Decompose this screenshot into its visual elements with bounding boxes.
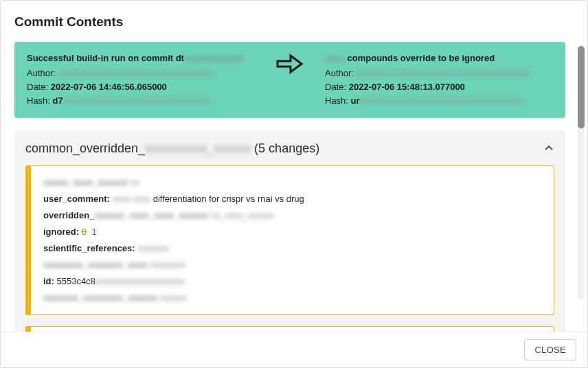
redacted-text: xxxx: [325, 53, 345, 63]
acc-changes-count: (5 changes): [251, 141, 319, 155]
dialog-footer: CLOSE: [1, 332, 587, 367]
author-label: Author:: [27, 68, 56, 78]
redacted-key: xxxxxxxx_xxxxxxx_xxxx: [43, 260, 148, 270]
redacted-value: xx_xxxx_xxxxxx: [211, 210, 274, 220]
to-hash-prefix: ur: [351, 95, 360, 106]
ignored-old-value: 0: [82, 227, 87, 237]
redacted-text: xxxxxxxxxxxx: [184, 53, 244, 63]
field-row: xxxxxxxx_xxxxxxx_xxxx xxxxxxxx: [43, 257, 543, 273]
redacted-value: xxxxxxx: [137, 243, 169, 253]
redacted-value: xxxxxxxxxxxxxxxxxxxx: [95, 276, 185, 286]
change-card: xxxxx_xxxx_xxxxxx xx user_comment: xxxx …: [25, 165, 554, 315]
redacted-value: xxxx xxxx: [112, 194, 150, 204]
id-value-prefix: 5553c4c8: [57, 276, 95, 286]
dialog-body: Commit Contents Successful build-in run …: [1, 1, 587, 332]
redacted-text: xxxxxxxxxxxxxxxxxxxxxxxxxxxxxxxxx: [63, 95, 211, 106]
changes-accordion: common_overridden_xxxxxxxxxx_xxxxxx (5 c…: [14, 130, 565, 332]
ignored-key: ignored:: [43, 227, 79, 237]
from-date-line: Date: 2022-07-06 14:46:56.065000: [27, 80, 255, 94]
accordion-title: common_overridden_xxxxxxxxxx_xxxxxx (5 c…: [25, 141, 319, 156]
to-commit-headline: xxxx compounds override to be ignored: [325, 51, 553, 65]
from-commit: Successful build-in run on commit dtxxxx…: [27, 51, 255, 108]
chevron-up-icon[interactable]: [543, 143, 554, 154]
to-hash-line: Hash: urxxxxxxxxxxxxxxxxxxxxxxxxxxxxxxxx…: [325, 94, 553, 108]
field-row-scientific-refs: scientific_references: xxxxxxx: [43, 240, 543, 257]
commit-contents-dialog: Commit Contents Successful build-in run …: [0, 0, 588, 368]
from-headline-text: Successful build-in run on commit dt: [27, 53, 184, 63]
close-button[interactable]: CLOSE: [524, 339, 576, 360]
id-key: id:: [43, 276, 54, 286]
redacted-key: xxxxx_xxxx_xxxxxx: [43, 177, 128, 187]
overridden-key-prefix: overridden_: [43, 210, 94, 220]
to-headline-text: compounds override to be ignored: [348, 53, 495, 63]
change-card: xxxxx_xxxx_xxxxxx xx: [25, 326, 554, 332]
scrollbar-track[interactable]: [578, 46, 585, 300]
date-label: Date:: [27, 82, 48, 92]
scrollbar-thumb[interactable]: [578, 46, 585, 128]
user-comment-value: differentiation for crispr vs rnai vs dr…: [150, 194, 304, 204]
redacted-value: xxxxxx: [160, 292, 187, 303]
accordion-header[interactable]: common_overridden_xxxxxxxxxx_xxxxxx (5 c…: [25, 141, 554, 165]
date-label: Date:: [325, 82, 346, 92]
acc-prefix: common_overridden_: [25, 141, 145, 155]
author-label: Author:: [325, 68, 354, 78]
to-date-line: Date: 2022-07-06 15:48:13.077000: [325, 80, 553, 94]
redacted-value: xxxxxxxx: [150, 260, 185, 270]
user-comment-key: user_comment:: [43, 194, 110, 204]
field-row: xxxxx_xxxx_xxxxxx xx: [43, 174, 543, 191]
field-row-id: id: 5553c4c8xxxxxxxxxxxxxxxxxxxx: [43, 273, 543, 290]
redacted-text: xxxxxxxxxxxxxxxxxxxxxxxxxxxxxxxxxxxxxxx: [357, 68, 531, 78]
field-row-user-comment: user_comment: xxxx xxxx differentiation …: [43, 191, 543, 207]
to-commit: xxxx compounds override to be ignored Au…: [325, 51, 553, 108]
redacted-text: xxxxxxxxxxxxxxxxxxxxxxxxxxxxxxxxxxxxx: [360, 95, 525, 106]
to-author-line: Author: xxxxxxxxxxxxxxxxxxxxxxxxxxxxxxxx…: [325, 67, 553, 80]
from-author-line: Author: xxxxxxxxxxxxxxxxxxxxxxxxxxxxxxxx…: [27, 67, 255, 80]
redacted-key: xxxxxxx_xxxxxxxx_xxxxxx: [43, 292, 157, 303]
redacted-text: xxxxxxxxxx_xxxxxx: [145, 141, 251, 155]
dialog-title: Commit Contents: [14, 14, 575, 30]
ignored-new-value: 1: [91, 227, 96, 237]
hash-label: Hash:: [27, 95, 50, 106]
from-commit-headline: Successful build-in run on commit dtxxxx…: [27, 51, 255, 65]
scientific-refs-key: scientific_references:: [43, 243, 135, 253]
redacted-key: xxxxxx_xxxx_xxxx_xxxxxx: [94, 210, 208, 220]
from-date-value: 2022-07-06 14:46:56.065000: [51, 82, 167, 92]
redacted-value: xx: [131, 177, 139, 187]
to-date-value: 2022-07-06 15:48:13.077000: [349, 82, 465, 92]
from-hash-prefix: d7: [53, 95, 63, 106]
hash-label: Hash:: [325, 95, 348, 106]
arrow-icon: [269, 51, 311, 76]
redacted-text: xxxxxxxxxxxxxxxxxxxxxxxxxxxxxxxxxxx: [58, 68, 215, 78]
field-row: xxxxxxx_xxxxxxxx_xxxxxx xxxxxx: [43, 290, 543, 306]
field-row-overridden: overridden_xxxxxx_xxxx_xxxx_xxxxxx xx_xx…: [43, 207, 543, 224]
from-hash-line: Hash: d7xxxxxxxxxxxxxxxxxxxxxxxxxxxxxxxx…: [27, 94, 255, 108]
commit-diff-banner: Successful build-in run on commit dtxxxx…: [14, 42, 565, 118]
field-row-ignored: ignored: 0 1: [43, 224, 543, 240]
